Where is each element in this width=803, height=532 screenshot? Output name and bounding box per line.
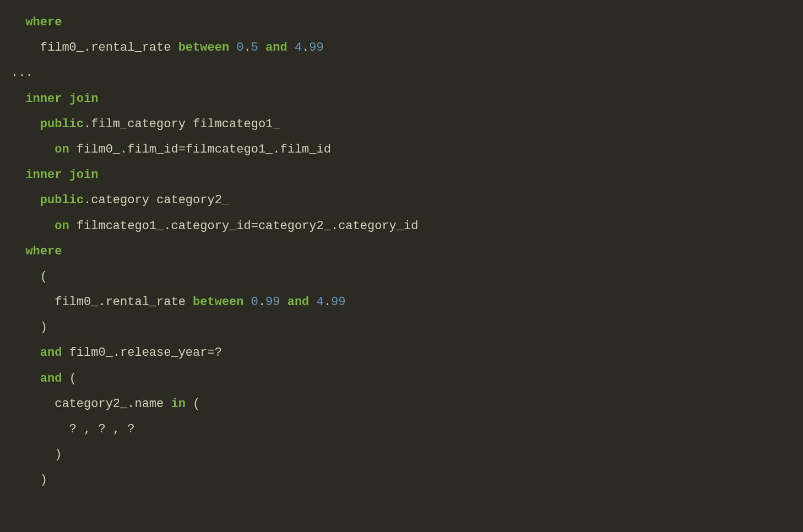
code-line: inner join [11,92,98,106]
code-line: ? , ? , ? [11,422,134,436]
code-line: film0_.rental_rate between 0.99 and 4.99 [11,295,345,309]
code-line: where [11,245,62,258]
code-line: ) [11,473,47,487]
code-line: film0_.rental_rate between 0.5 and 4.99 [11,41,324,55]
code-line: and film0_.release_year=? [11,346,229,360]
code-line: ) [11,321,55,334]
code-line: inner join [11,168,98,182]
code-line: on film0_.film_id=filmcatego1_.film_id [11,143,338,156]
code-block: where film0_.rental_rate between 0.5 and… [11,10,792,493]
code-line: public.category category2_ [11,193,236,207]
code-line: on filmcatego1_.category_id=category2_.c… [11,219,426,233]
code-line: ) [11,448,62,462]
code-line: ... [11,66,33,80]
code-line: where [11,15,62,29]
code-line: category2_.name in ( [11,397,200,411]
code-line: ( [11,270,47,284]
code-line: and ( [11,372,77,386]
code-line: public.film_category filmcatego1_ [11,117,287,131]
